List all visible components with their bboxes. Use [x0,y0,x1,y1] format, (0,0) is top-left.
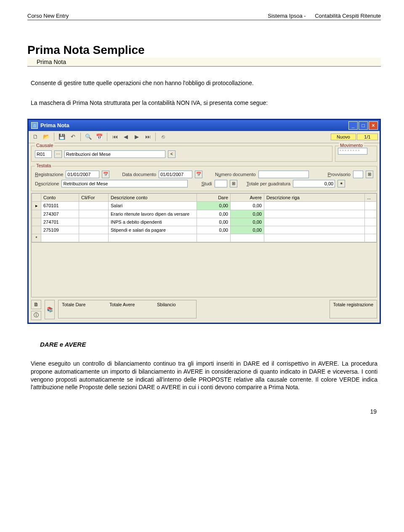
next-icon[interactable]: ▶ [132,132,142,142]
find-icon[interactable]: 🔍 [83,132,93,142]
close-button[interactable]: × [369,121,378,130]
grid-rowhead-header [32,193,41,201]
header-module: Contabilità Cespiti Ritenute [315,13,381,19]
tot-dare-label: Totale Dare [62,302,98,307]
totquad-label: Totale per quadratura [247,181,291,186]
header-right: Sistema Ipsoa - Contabilità Cespiti Rite… [260,13,381,19]
causale-back-icon[interactable]: < [168,150,175,158]
prev-icon[interactable]: ◀ [121,132,131,142]
open-icon[interactable]: 📂 [41,132,51,142]
header-left: Corso New Entry [27,13,69,19]
causale-desc-field[interactable] [64,150,165,158]
tot-reg-label: Totale registrazione [333,302,373,307]
studi-label: Studi [201,181,212,186]
col-descr[interactable]: Descrizione conto [109,193,197,201]
page-header: Corso New Entry Sistema Ipsoa - Contabil… [27,13,381,20]
doc-date-field[interactable] [159,171,192,178]
calendar-icon[interactable]: 📅 [94,132,104,142]
window-title: Prima Nota [40,122,69,128]
last-icon[interactable]: ⏭ [143,132,153,142]
new-icon[interactable]: 🗋 [30,132,40,142]
footer-doc-icon[interactable]: 🗎 [31,300,41,309]
causale-lookup-icon[interactable]: ⋯ [54,150,62,158]
window-footer: 🗎 ⓘ 📚 Totale Dare Totale Avere Sbilancio… [31,300,377,320]
movimento-label: Movimento [339,143,364,148]
sbilancio-label: Sbilancio [157,302,193,307]
status-new: Nuovo [331,134,356,140]
doc-date-picker-icon[interactable]: 📅 [195,171,202,178]
table-row[interactable]: 275109Stipendi e salari da pagare0,000,0… [32,226,377,234]
doc-num-label: Numero documento [215,172,256,177]
totquad-field[interactable] [293,180,335,187]
table-row[interactable]: ▸670101Salari0,000,00 [32,201,377,210]
movimento-field[interactable]: ×××××××× [338,148,367,155]
col-conto[interactable]: Conto [41,193,79,201]
exit-icon[interactable]: ⎋ [158,132,168,142]
status-count: 1/1 [357,134,378,140]
undo-icon[interactable]: ↶ [68,132,78,142]
col-dare[interactable]: Dare [197,193,231,201]
col-more[interactable]: ... [365,193,377,201]
studi-picker-icon[interactable]: ⊞ [230,180,237,187]
reg-label: Registrazione [35,172,63,177]
col-avere[interactable]: Avere [231,193,264,201]
descr-field[interactable] [61,180,188,187]
prov-label: Provvisorio [328,172,351,177]
table-row[interactable]: 274701INPS a debito dipendenti0,000,00 [32,218,377,226]
save-icon[interactable]: 💾 [57,132,67,142]
col-clifor[interactable]: Cli/For [79,193,109,201]
footer-info-icon[interactable]: ⓘ [31,311,41,320]
table-row[interactable]: 274307Erario ritenute lavoro dipen da ve… [32,210,377,218]
app-icon: ♫ [31,122,38,129]
prima-nota-window: ♫ Prima Nota _ □ × 🗋 📂 💾 ↶ 🔍 📅 ⏮ [27,119,381,324]
maximize-button[interactable]: □ [359,121,368,130]
grid-newrow[interactable]: * [32,234,377,242]
descr-label: Descrizione [35,181,59,186]
entries-grid[interactable]: Conto Cli/For Descrizione conto Dare Ave… [31,193,377,243]
section-heading: DARE e AVERE [40,341,381,348]
doc-date-label: Data documento [122,172,156,177]
tot-avere-label: Totale Avere [109,302,145,307]
window-titlebar: ♫ Prima Nota _ □ × [29,120,380,131]
reg-picker-icon[interactable]: 📅 [102,171,109,178]
reg-field[interactable] [66,171,99,178]
intro-text: Consente di gestire tutte quelle operazi… [31,79,381,87]
doc-num-field[interactable] [258,171,309,178]
lead-in-text: La maschera di Prima Nota strutturata pe… [31,99,381,107]
body-text: Viene eseguito un controllo di bilanciam… [31,360,377,392]
toolbar: 🗋 📂 💾 ↶ 🔍 📅 ⏮ ◀ ▶ ⏭ ⎋ Nuovo 1/1 [29,131,380,143]
prov-field[interactable] [353,171,363,178]
minimize-button[interactable]: _ [348,121,358,130]
causale-label: Causale [35,143,54,148]
page-number: 19 [27,408,381,415]
page-title: Prima Nota Semplice [27,43,381,57]
totquad-icon[interactable]: ✶ [338,180,345,187]
studi-field[interactable] [215,180,227,187]
first-icon[interactable]: ⏮ [110,132,120,142]
testata-group: Testata Registrazione 📅 Data documento 📅… [31,166,377,191]
grid-empty-area [31,243,377,297]
col-riga[interactable]: Descrizione riga [264,193,365,201]
prov-picker-icon[interactable]: ⊞ [366,171,373,178]
causale-group: Causale ⋯ < [31,146,332,162]
footer-books-icon[interactable]: 📚 [45,300,55,319]
movimento-group: Movimento ×××××××× [335,146,377,162]
subtitle-band: Prima Nota [27,58,381,67]
totals-left: Totale Dare Totale Avere Sbilancio [58,300,197,318]
header-system: Sistema Ipsoa - [268,13,306,19]
causale-code-field[interactable] [35,150,52,158]
testata-label: Testata [35,163,52,168]
totals-right: Totale registrazione [330,300,377,318]
